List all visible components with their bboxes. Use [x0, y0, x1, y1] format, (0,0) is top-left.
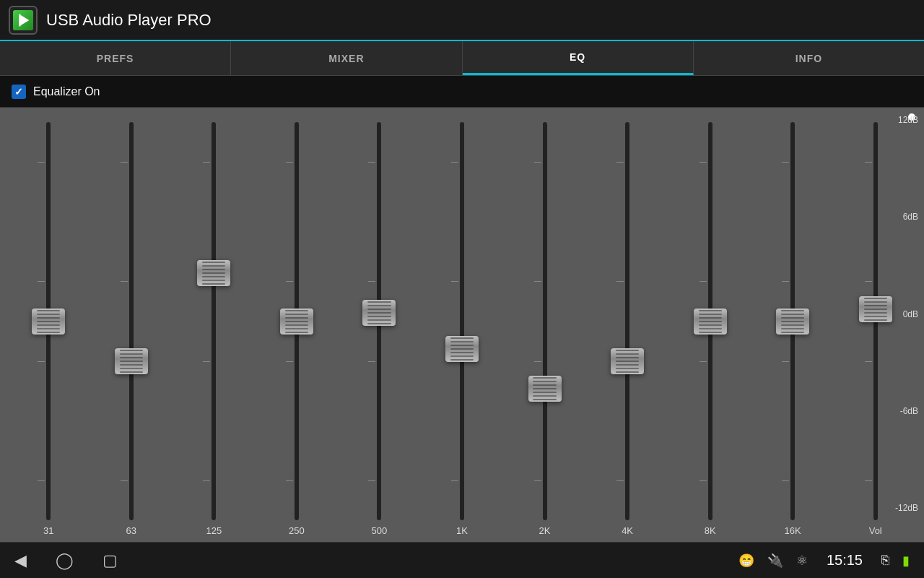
slider-track-container-1k [421, 115, 504, 542]
slider-thumb-vol[interactable] [859, 296, 892, 322]
tick-mark [534, 361, 541, 362]
tick-mark [865, 480, 872, 481]
slider-label-500: 500 [372, 525, 388, 536]
eq-toggle-checkbox[interactable] [12, 85, 26, 99]
slider-track-500[interactable] [377, 122, 381, 520]
tick-mark [782, 281, 789, 282]
sliders-container: 31631252505001K2K4K8K16KVol [0, 115, 924, 542]
slider-col-4k: 4K [586, 115, 669, 542]
eq-toggle-bar: Equalizer On [0, 76, 924, 108]
tab-prefs[interactable]: PREFS [0, 41, 231, 75]
tick-mark [534, 480, 541, 481]
slider-thumb-500[interactable] [362, 300, 396, 326]
tick-mark [286, 361, 293, 362]
slider-label-125: 125 [206, 525, 222, 536]
slider-track-8k[interactable] [708, 122, 712, 520]
slider-thumb-250[interactable] [280, 309, 313, 335]
tab-eq[interactable]: EQ [463, 41, 694, 75]
tick-mark [38, 480, 45, 481]
tick-mark [699, 162, 707, 163]
slider-label-16k: 16K [785, 525, 801, 536]
tick-mark [368, 480, 375, 481]
android-status-icon: 😁 [738, 553, 754, 569]
titlebar: USB Audio Player PRO [0, 0, 924, 41]
back-icon[interactable]: ◀ [14, 551, 27, 570]
slider-label-4k: 4K [622, 525, 633, 536]
usb-connected-icon: ⚛ [796, 553, 808, 569]
home-icon[interactable]: ◯ [56, 551, 74, 570]
tick-mark [451, 281, 458, 282]
slider-col-500: 500 [338, 115, 421, 542]
tick-mark [38, 361, 45, 362]
slider-track-31[interactable] [46, 122, 51, 520]
recent-icon[interactable]: ▢ [103, 551, 118, 570]
slider-track-container-4k [586, 115, 669, 542]
tick-mark [368, 361, 375, 362]
slider-track-container-31 [7, 115, 90, 542]
slider-thumb-1k[interactable] [445, 336, 479, 362]
slider-track-container-16k [751, 115, 834, 542]
eq-toggle-label: Equalizer On [33, 85, 100, 98]
tick-mark [865, 361, 872, 362]
slider-track-container-2k [503, 115, 586, 542]
tick-mark [534, 162, 541, 163]
tick-mark [616, 162, 624, 163]
usb-icon: 🔌 [767, 553, 783, 569]
slider-col-63: 63 [90, 115, 173, 542]
slider-thumb-16k[interactable] [776, 309, 809, 335]
slider-track-16k[interactable] [790, 122, 795, 520]
nav-icons-right: 😁 🔌 ⚛ 15:15 ⎘ ▮ [738, 552, 910, 569]
slider-track-63[interactable] [129, 122, 134, 520]
slider-label-31: 31 [43, 525, 53, 536]
app-icon [9, 6, 38, 35]
battery-icon: ▮ [902, 553, 910, 569]
tick-mark [616, 281, 624, 282]
app-title: USB Audio Player PRO [46, 11, 212, 30]
slider-track-1k[interactable] [460, 122, 464, 520]
slider-track-4k[interactable] [625, 122, 629, 520]
tick-mark [616, 480, 624, 481]
slider-track-container-500 [338, 115, 421, 542]
slider-thumb-4k[interactable] [611, 348, 644, 374]
slider-track-125[interactable] [212, 122, 216, 520]
tick-mark [121, 281, 128, 282]
slider-thumb-31[interactable] [32, 309, 65, 335]
slider-col-vol: Vol [834, 115, 917, 542]
slider-label-8k: 8K [705, 525, 716, 536]
slider-label-1k: 1K [456, 525, 468, 536]
tick-mark [286, 480, 293, 481]
tick-mark [865, 281, 872, 282]
tabbar: PREFS MIXER EQ INFO [0, 41, 924, 76]
tick-mark [203, 361, 210, 362]
tab-info[interactable]: INFO [694, 41, 924, 75]
tick-mark [203, 162, 210, 163]
tick-mark [451, 162, 458, 163]
slider-track-container-8k [668, 115, 751, 542]
tab-mixer[interactable]: MIXER [231, 41, 462, 75]
tick-mark [534, 281, 541, 282]
slider-col-250: 250 [256, 115, 339, 542]
tick-mark [699, 361, 707, 362]
slider-thumb-125[interactable] [197, 260, 230, 286]
slider-label-2k: 2K [539, 525, 551, 536]
tick-mark [368, 281, 375, 282]
tick-mark [782, 162, 789, 163]
slider-col-2k: 2K [503, 115, 586, 542]
slider-thumb-8k[interactable] [694, 309, 727, 335]
tick-mark [121, 480, 128, 481]
slider-track-vol[interactable] [873, 122, 878, 520]
slider-thumb-2k[interactable] [528, 376, 562, 402]
tick-mark [38, 281, 45, 282]
eq-area: 12dB 6dB 0dB -6dB -12dB 31631252505001K2… [0, 108, 924, 542]
slider-thumb-63[interactable] [115, 348, 148, 374]
svg-rect-2 [19, 14, 20, 26]
slider-track-2k[interactable] [543, 122, 547, 520]
slider-col-125: 125 [173, 115, 256, 542]
tick-mark [286, 162, 293, 163]
slider-track-250[interactable] [295, 122, 299, 520]
tick-mark [286, 281, 293, 282]
slider-track-container-vol [834, 115, 917, 542]
navbar: ◀ ◯ ▢ 😁 🔌 ⚛ 15:15 ⎘ ▮ [0, 542, 924, 578]
tick-mark [121, 162, 128, 163]
tick-mark [368, 162, 375, 163]
